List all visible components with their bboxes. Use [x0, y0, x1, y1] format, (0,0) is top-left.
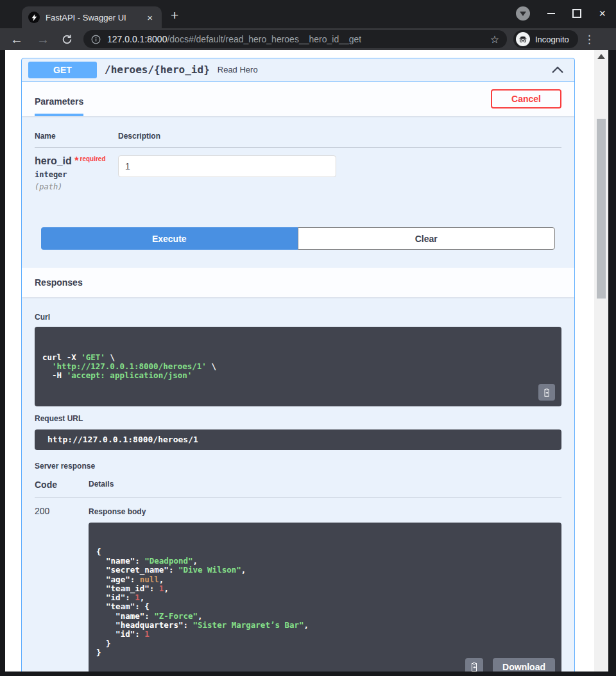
browser-tab[interactable]: FastAPI - Swagger UI ×: [22, 6, 162, 28]
download-button[interactable]: Download: [493, 658, 555, 672]
parameter-row: hero_id *required integer (path): [35, 148, 561, 191]
tab-strip: FastAPI - Swagger UI × + ×: [0, 0, 616, 28]
responses-title: Responses: [35, 277, 83, 288]
url-bar[interactable]: 127.0.0.1:8000/docs#/default/read_hero_h…: [83, 30, 507, 48]
window-close-button[interactable]: ×: [599, 8, 606, 19]
incognito-label: Incognito: [535, 35, 569, 44]
copy-curl-button[interactable]: [538, 384, 555, 401]
required-label: required: [80, 155, 105, 162]
tab-title: FastAPI - Swagger UI: [46, 13, 144, 22]
window-maximize-button[interactable]: [572, 9, 581, 18]
column-header-details: Details: [89, 480, 561, 490]
column-header-code: Code: [35, 480, 89, 490]
scrollbar-thumb[interactable]: [597, 119, 606, 299]
browser-menu-icon[interactable]: ⋮: [584, 33, 595, 46]
new-tab-button[interactable]: +: [171, 8, 178, 23]
response-body-block: { "name": "Deadpond", "secret_name": "Di…: [89, 523, 561, 672]
curl-code-block: curl -X 'GET' \ 'http://127.0.0.1:8000/h…: [35, 327, 561, 406]
back-button[interactable]: ←: [10, 33, 23, 46]
endpoint-summary: Read Hero: [218, 65, 258, 74]
execute-button[interactable]: Execute: [41, 227, 298, 250]
server-response-label: Server response: [35, 462, 561, 471]
execute-row: Execute Clear: [22, 191, 574, 268]
collapse-chevron-icon[interactable]: [551, 65, 568, 74]
response-body-label: Response body: [89, 507, 561, 516]
parameter-location: (path): [35, 182, 118, 191]
copy-response-button[interactable]: [465, 658, 483, 672]
url-text[interactable]: 127.0.0.1:8000/docs#/default/read_hero_h…: [107, 34, 361, 44]
tab-close-icon[interactable]: ×: [144, 12, 155, 23]
required-star: *: [74, 155, 78, 166]
url-path: /docs#/default/read_hero_heroes__hero_id…: [167, 34, 361, 44]
http-method-badge: GET: [28, 62, 97, 78]
page-info-icon[interactable]: [91, 35, 101, 44]
parameter-name: hero_id *required: [35, 155, 118, 167]
fastapi-favicon-icon: [28, 12, 40, 23]
reload-button[interactable]: [62, 34, 73, 45]
parameters-section-header: Parameters Cancel: [22, 82, 574, 116]
column-header-name: Name: [35, 132, 118, 141]
window-minimize-button[interactable]: [547, 13, 555, 14]
clear-button[interactable]: Clear: [298, 227, 556, 250]
column-header-description: Description: [118, 132, 561, 141]
bookmark-star-icon[interactable]: ☆: [490, 33, 499, 46]
url-host: 127.0.0.1:8000: [107, 34, 167, 44]
hero-id-input[interactable]: [118, 155, 336, 177]
scrollbar-up-arrow-icon[interactable]: [597, 54, 605, 59]
tab-parameters[interactable]: Parameters: [35, 96, 83, 116]
swagger-page: GET /heroes/{hero_id} Read Hero Paramete…: [5, 50, 594, 672]
request-url-label: Request URL: [35, 414, 561, 423]
endpoint-path: /heroes/{hero_id}: [105, 64, 210, 76]
request-url-block: http://127.0.0.1:8000/heroes/1: [35, 429, 561, 450]
curl-label: Curl: [35, 313, 561, 322]
page-scrollbar[interactable]: [594, 50, 608, 672]
browser-update-icon[interactable]: [516, 6, 530, 21]
incognito-badge: Incognito: [513, 30, 578, 48]
forward-button[interactable]: →: [37, 33, 49, 46]
responses-section-header: Responses: [22, 268, 574, 297]
responses-body: Curl curl -X 'GET' \ 'http://127.0.0.1:8…: [22, 297, 574, 672]
browser-toolbar: ← → 127.0.0.1:8000/docs#/default/read_he…: [0, 28, 616, 50]
parameters-table: Name Description hero_id *required integ…: [22, 116, 574, 191]
response-row-200: 200 Response body { "name": "Deadpond", …: [35, 498, 561, 672]
cancel-button[interactable]: Cancel: [491, 89, 561, 108]
opblock-get-heroes: GET /heroes/{hero_id} Read Hero Paramete…: [21, 58, 575, 672]
opblock-header[interactable]: GET /heroes/{hero_id} Read Hero: [22, 58, 574, 82]
incognito-icon: [516, 32, 530, 46]
parameter-type: integer: [35, 170, 118, 179]
response-table-header: Code Details: [35, 480, 561, 498]
status-code: 200: [35, 506, 89, 672]
